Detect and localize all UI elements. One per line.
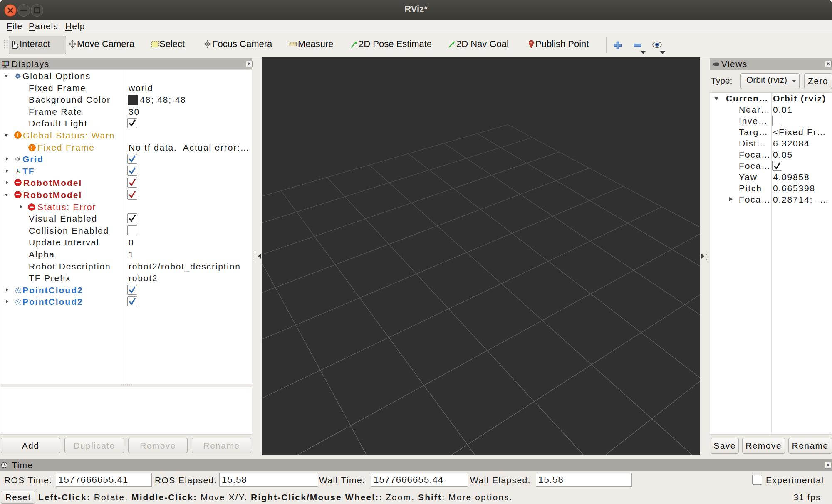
svg-text:!: ! (31, 145, 33, 151)
svg-text:!: ! (17, 132, 19, 138)
